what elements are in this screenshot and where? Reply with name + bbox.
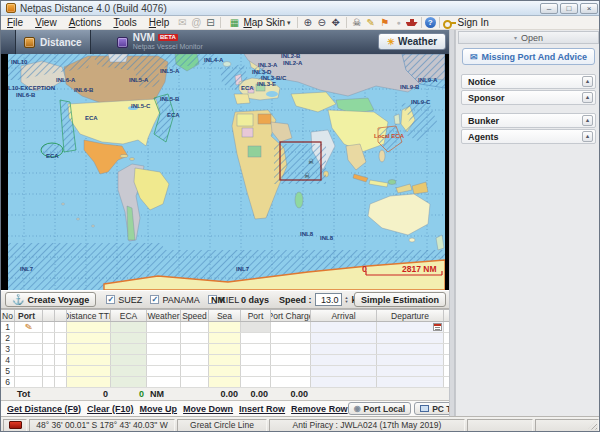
- table-cell[interactable]: [377, 344, 444, 354]
- table-row[interactable]: 1✎: [1, 322, 449, 333]
- droplet-icon[interactable]: ●: [392, 16, 406, 29]
- checkbox-checked-icon[interactable]: ✓: [150, 295, 159, 304]
- table-cell[interactable]: [43, 377, 55, 387]
- table-cell[interactable]: [67, 355, 111, 365]
- world-map[interactable]: ☠ ☠ INL10INL4-AINL6-AINL6-BL10-EXCEPTION…: [1, 54, 449, 290]
- table-row[interactable]: 5: [1, 366, 449, 377]
- table-cell[interactable]: [271, 344, 311, 354]
- table-cell[interactable]: [111, 355, 147, 365]
- table-cell[interactable]: [181, 344, 209, 354]
- table-cell[interactable]: [55, 366, 67, 376]
- table-cell[interactable]: [311, 366, 377, 376]
- table-cell[interactable]: [311, 377, 377, 387]
- table-cell[interactable]: [147, 344, 181, 354]
- table-cell[interactable]: [67, 366, 111, 376]
- table-row[interactable]: 6: [1, 377, 449, 388]
- table-cell[interactable]: 5: [1, 366, 15, 376]
- table-cell[interactable]: [241, 366, 271, 376]
- column-header-arrival[interactable]: Arrival: [311, 310, 377, 321]
- table-cell[interactable]: [241, 344, 271, 354]
- table-cell[interactable]: [43, 344, 55, 354]
- table-cell[interactable]: [311, 344, 377, 354]
- sidebar-section-sponsor[interactable]: Sponsor▴: [461, 90, 596, 105]
- table-cell[interactable]: [271, 377, 311, 387]
- sidebar-open-header[interactable]: ▾ Open: [458, 31, 599, 44]
- column-header-weather[interactable]: Weather: [147, 310, 181, 321]
- tab-nvm[interactable]: NVM BETA Netpas Vessel Monitor: [109, 30, 211, 54]
- weather-button[interactable]: ☀ Weather: [378, 33, 446, 50]
- column-header-sea[interactable]: Sea: [209, 310, 241, 321]
- table-cell[interactable]: [15, 355, 43, 365]
- collapse-up-icon[interactable]: ▴: [582, 131, 593, 142]
- table-row[interactable]: 3: [1, 344, 449, 355]
- table-cell[interactable]: 3: [1, 344, 15, 354]
- sidebar-section-agents[interactable]: Agents▴: [461, 129, 596, 144]
- maximize-button[interactable]: □: [560, 3, 578, 14]
- flag-icon[interactable]: ⚑: [378, 16, 392, 29]
- zoom-out-icon[interactable]: ⊖: [315, 16, 329, 29]
- table-cell[interactable]: [209, 355, 241, 365]
- port-local-toggle[interactable]: ◉ Port Local: [348, 402, 412, 415]
- table-cell[interactable]: [377, 366, 444, 376]
- minimize-button[interactable]: –: [540, 3, 558, 14]
- column-header-departure[interactable]: Departure: [377, 310, 444, 321]
- action-link-get-distance-f9-[interactable]: Get Distance (F9): [7, 404, 81, 414]
- table-cell[interactable]: [147, 377, 181, 387]
- table-cell[interactable]: [209, 322, 241, 332]
- table-cell[interactable]: [67, 322, 111, 332]
- table-cell[interactable]: [55, 333, 67, 343]
- table-cell[interactable]: [15, 366, 43, 376]
- table-cell[interactable]: [67, 333, 111, 343]
- table-cell[interactable]: [55, 377, 67, 387]
- table-cell[interactable]: [377, 333, 444, 343]
- table-cell[interactable]: 6: [1, 377, 15, 387]
- table-cell[interactable]: ✎: [15, 322, 43, 332]
- speed-input[interactable]: 13.0: [315, 293, 342, 306]
- table-cell[interactable]: [241, 333, 271, 343]
- pc-time-toggle[interactable]: PC Time: [414, 402, 449, 415]
- table-cell[interactable]: [181, 333, 209, 343]
- table-cell[interactable]: [311, 333, 377, 343]
- table-cell[interactable]: [15, 377, 43, 387]
- table-cell[interactable]: [55, 344, 67, 354]
- column-header-speed[interactable]: Speed: [181, 310, 209, 321]
- table-cell[interactable]: [377, 322, 444, 332]
- table-cell[interactable]: [111, 333, 147, 343]
- table-cell[interactable]: [241, 377, 271, 387]
- table-cell[interactable]: [181, 355, 209, 365]
- table-cell[interactable]: [55, 355, 67, 365]
- table-cell[interactable]: 1: [1, 322, 15, 332]
- canal-checkbox-suez[interactable]: ✓SUEZ: [106, 295, 142, 305]
- table-cell[interactable]: [147, 322, 181, 332]
- collapse-up-icon[interactable]: ▴: [582, 115, 593, 126]
- menu-view[interactable]: View: [29, 16, 63, 29]
- column-header-no[interactable]: No: [1, 310, 15, 321]
- table-cell[interactable]: [377, 377, 444, 387]
- table-row[interactable]: 2: [1, 333, 449, 344]
- column-header-distance-ttl[interactable]: Distance TTL: [67, 310, 111, 321]
- table-cell[interactable]: [43, 333, 55, 343]
- table-cell[interactable]: [67, 344, 111, 354]
- menu-help[interactable]: Help: [143, 16, 176, 29]
- table-cell[interactable]: [241, 322, 271, 332]
- table-cell[interactable]: 2: [1, 333, 15, 343]
- checkbox-checked-icon[interactable]: ✓: [106, 295, 115, 304]
- edit-icon[interactable]: ✎: [364, 16, 378, 29]
- speed-stepper[interactable]: ▲▼: [345, 296, 349, 304]
- table-cell[interactable]: [311, 322, 377, 332]
- table-cell[interactable]: [43, 355, 55, 365]
- table-cell[interactable]: [111, 344, 147, 354]
- column-header-blank[interactable]: [55, 310, 67, 321]
- table-cell[interactable]: [271, 366, 311, 376]
- table-cell[interactable]: [271, 333, 311, 343]
- table-cell[interactable]: [147, 366, 181, 376]
- table-cell[interactable]: [377, 355, 444, 365]
- table-cell[interactable]: [181, 377, 209, 387]
- menu-tools[interactable]: Tools: [107, 16, 142, 29]
- table-cell[interactable]: [181, 366, 209, 376]
- resize-grip[interactable]: [588, 421, 597, 430]
- close-button[interactable]: ×: [580, 3, 598, 14]
- table-cell[interactable]: [209, 333, 241, 343]
- menu-actions[interactable]: Actions: [63, 16, 108, 29]
- edit-pencil-icon[interactable]: ✎: [24, 322, 33, 332]
